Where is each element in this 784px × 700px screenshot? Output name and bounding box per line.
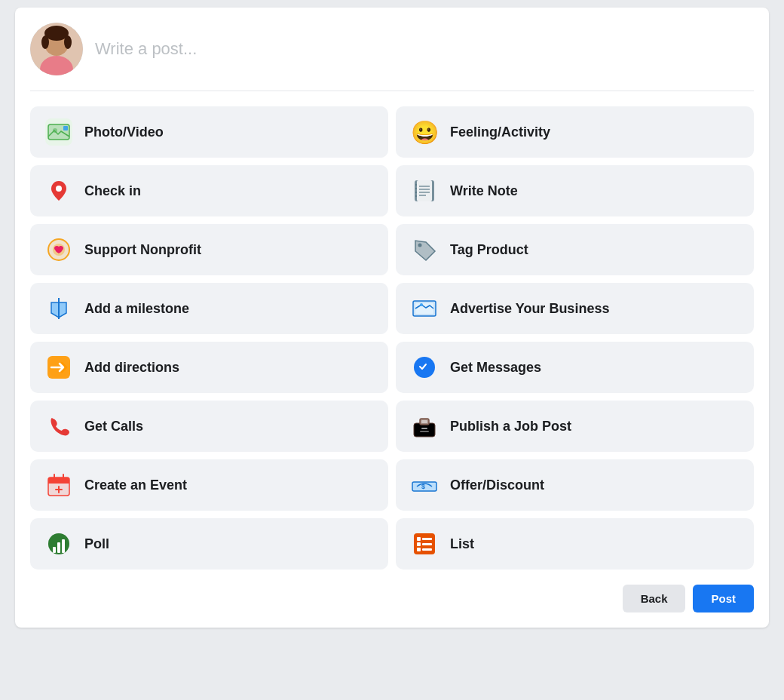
get-calls-button[interactable]: Get Calls (30, 401, 388, 452)
list-button[interactable]: List (396, 518, 754, 570)
offer-discount-label: Offer/Discount (450, 477, 544, 493)
get-calls-label: Get Calls (84, 419, 143, 434)
add-milestone-label: Add a milestone (84, 301, 189, 317)
feeling-activity-label: Feeling/Activity (450, 124, 550, 140)
svg-rect-63 (417, 542, 421, 546)
feeling-activity-icon: 😀 (409, 117, 439, 147)
svg-rect-10 (63, 126, 68, 130)
post-button[interactable]: Post (693, 585, 754, 612)
feeling-activity-button[interactable]: 😀Feeling/Activity (396, 106, 754, 158)
poll-label: Poll (84, 536, 109, 552)
support-nonprofit-icon (44, 235, 74, 265)
svg-point-12 (56, 186, 62, 192)
get-messages-icon (409, 352, 439, 382)
write-note-icon (409, 176, 439, 206)
support-nonprofit-label: Support Nonprofit (84, 242, 201, 258)
avatar (30, 23, 83, 75)
publish-job-post-icon (409, 411, 439, 441)
add-directions-label: Add directions (84, 360, 179, 376)
add-directions-button[interactable]: Add directions (30, 342, 388, 393)
bottom-bar: Back Post (30, 585, 754, 612)
svg-rect-14 (417, 180, 432, 201)
svg-rect-57 (53, 547, 56, 553)
svg-point-34 (420, 303, 423, 306)
write-note-label: Write Note (450, 183, 518, 199)
post-card: Write a post... Photo/Video😀Feeling/Acti… (15, 8, 769, 628)
svg-rect-43 (420, 431, 429, 432)
tag-product-icon (409, 235, 439, 265)
svg-rect-65 (417, 548, 421, 551)
advertise-business-label: Advertise Your Business (450, 301, 609, 317)
write-note-button[interactable]: Write Note (396, 165, 754, 216)
post-placeholder[interactable]: Write a post... (95, 39, 754, 59)
advertise-business-button[interactable]: Advertise Your Business (396, 283, 754, 334)
options-grid: Photo/Video😀Feeling/Activity Check in Wr… (30, 106, 754, 570)
svg-rect-47 (48, 481, 69, 484)
tag-product-label: Tag Product (450, 242, 528, 258)
support-nonprofit-button[interactable]: Support Nonprofit (30, 224, 388, 275)
list-icon (409, 529, 439, 559)
poll-icon (44, 529, 74, 559)
svg-point-27 (418, 244, 422, 247)
svg-rect-59 (62, 539, 65, 553)
list-label: List (450, 536, 474, 552)
svg-text:$: $ (421, 483, 425, 490)
svg-rect-61 (417, 537, 421, 541)
poll-button[interactable]: Poll (30, 518, 388, 570)
offer-discount-button[interactable]: $ Offer/Discount (396, 459, 754, 511)
svg-rect-41 (421, 420, 427, 423)
add-milestone-icon (44, 293, 74, 324)
svg-rect-66 (422, 548, 432, 551)
photo-video-button[interactable]: Photo/Video (30, 106, 388, 158)
svg-point-4 (41, 35, 49, 49)
svg-rect-33 (415, 303, 433, 314)
get-messages-label: Get Messages (450, 360, 541, 376)
get-calls-icon (44, 411, 74, 441)
back-button[interactable]: Back (623, 585, 686, 612)
check-in-icon (44, 176, 74, 206)
create-event-button[interactable]: Create an Event (30, 459, 388, 511)
tag-product-button[interactable]: Tag Product (396, 224, 754, 275)
svg-rect-62 (422, 538, 432, 540)
svg-point-5 (64, 35, 72, 49)
post-area: Write a post... (30, 23, 754, 91)
check-in-label: Check in (84, 183, 141, 199)
offer-discount-icon: $ (409, 470, 439, 500)
add-milestone-button[interactable]: Add a milestone (30, 283, 388, 334)
svg-rect-64 (422, 543, 432, 545)
advertise-business-icon (409, 293, 439, 324)
get-messages-button[interactable]: Get Messages (396, 342, 754, 393)
photo-video-label: Photo/Video (84, 124, 164, 140)
add-directions-icon (44, 352, 74, 382)
publish-job-post-button[interactable]: Publish a Job Post (396, 401, 754, 452)
svg-rect-42 (421, 428, 427, 429)
photo-video-icon (44, 117, 74, 147)
create-event-label: Create an Event (84, 477, 187, 493)
check-in-button[interactable]: Check in (30, 165, 388, 216)
create-event-icon (44, 470, 74, 500)
svg-rect-58 (57, 542, 60, 553)
publish-job-post-label: Publish a Job Post (450, 419, 571, 434)
